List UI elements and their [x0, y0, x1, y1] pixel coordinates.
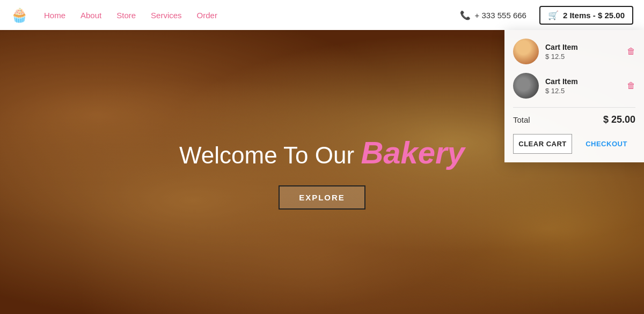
nav-about[interactable]: About [80, 11, 101, 20]
cart-total-row: Total $ 25.00 [513, 114, 635, 125]
nav-store[interactable]: Store [116, 11, 136, 20]
cart-button[interactable]: 🛒 2 Items - $ 25.00 [539, 6, 633, 25]
cart-item-info-1: Cart Item $ 12.5 [545, 43, 620, 61]
hero-title-prefix: Welcome To Our [179, 142, 354, 168]
phone-number: + 333 555 666 [475, 11, 526, 20]
cart-item-name-1: Cart Item [545, 43, 620, 51]
hero-title-brand: Bakery [361, 135, 464, 170]
cart-divider [513, 107, 635, 108]
cart-item-image-1 [513, 39, 539, 64]
cart-actions: CLEAR CART CHECKOUT [513, 134, 635, 154]
cart-item-delete-2[interactable]: 🗑 [627, 81, 635, 91]
cart-item-delete-1[interactable]: 🗑 [627, 47, 635, 56]
cart-total-value: $ 25.00 [603, 114, 635, 125]
cart-item-row: Cart Item $ 12.5 🗑 [513, 39, 635, 64]
logo-icon: 🧁 [11, 7, 28, 24]
cart-item-info-2: Cart Item $ 12.5 [545, 77, 620, 95]
checkout-button[interactable]: CHECKOUT [577, 134, 635, 154]
cart-summary: 2 Items - $ 25.00 [563, 11, 625, 20]
nav-services[interactable]: Services [151, 11, 182, 20]
cart-item-image-2 [513, 73, 539, 99]
nav-links: Home About Store Services Order [44, 11, 460, 20]
cart-total-label: Total [513, 115, 530, 124]
clear-cart-button[interactable]: CLEAR CART [513, 134, 572, 154]
hero-content: Welcome To Our Bakery EXPLORE [179, 134, 465, 210]
phone-icon: 📞 [460, 10, 471, 20]
explore-button[interactable]: EXPLORE [279, 185, 365, 210]
cart-item-price-1: $ 12.5 [545, 53, 620, 61]
cart-item-name-2: Cart Item [545, 77, 620, 86]
cart-item-price-2: $ 12.5 [545, 87, 620, 95]
navbar: 🧁 Home About Store Services Order 📞 + 33… [0, 0, 644, 30]
hero-title: Welcome To Our Bakery [179, 134, 465, 170]
nav-home[interactable]: Home [44, 11, 65, 20]
nav-order[interactable]: Order [197, 11, 217, 20]
phone-display: 📞 + 333 555 666 [460, 10, 526, 20]
cart-dropdown: Cart Item $ 12.5 🗑 Cart Item $ 12.5 🗑 To… [504, 30, 644, 162]
cart-icon: 🛒 [548, 10, 559, 20]
cart-item-row-2: Cart Item $ 12.5 🗑 [513, 73, 635, 99]
